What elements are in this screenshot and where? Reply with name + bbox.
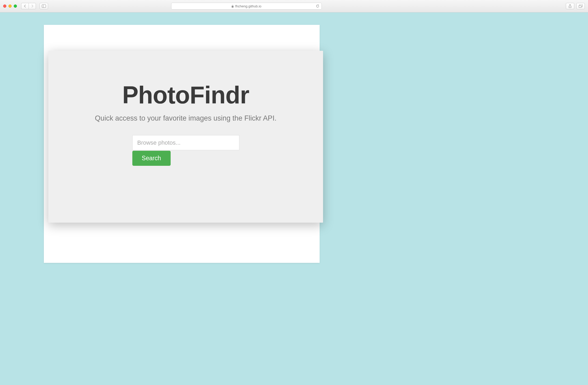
chevron-left-icon <box>24 4 26 8</box>
search-form: Search <box>132 135 239 166</box>
tabs-icon <box>579 4 582 8</box>
app-title: PhotoFindr <box>122 81 249 109</box>
maximize-window-button[interactable] <box>14 4 17 8</box>
svg-rect-3 <box>579 6 581 8</box>
sidebar-toggle-button[interactable] <box>40 3 48 9</box>
lock-icon <box>231 5 234 8</box>
url-display: fhcheng.github.io <box>231 4 261 8</box>
back-button[interactable] <box>21 3 29 9</box>
svg-rect-0 <box>42 5 46 8</box>
app-subtitle: Quick access to your favorite images usi… <box>95 114 276 122</box>
chevron-right-icon <box>31 4 34 8</box>
share-icon <box>568 4 572 8</box>
right-toolbar-controls <box>566 3 585 9</box>
sidebar-icon <box>42 4 46 8</box>
search-input[interactable] <box>132 135 239 150</box>
url-text: fhcheng.github.io <box>235 4 261 8</box>
close-window-button[interactable] <box>3 4 6 8</box>
tabs-button[interactable] <box>576 3 585 9</box>
svg-rect-2 <box>232 6 234 8</box>
minimize-window-button[interactable] <box>8 4 12 8</box>
reload-button[interactable] <box>316 4 319 8</box>
share-button[interactable] <box>566 3 574 9</box>
browser-toolbar: fhcheng.github.io <box>0 0 588 12</box>
forward-button[interactable] <box>29 3 36 9</box>
page-viewport: PhotoFindr Quick access to your favorite… <box>0 12 588 385</box>
address-bar[interactable]: fhcheng.github.io <box>171 3 322 10</box>
hero-panel: PhotoFindr Quick access to your favorite… <box>48 51 323 223</box>
window-controls <box>3 4 17 8</box>
search-button[interactable]: Search <box>132 151 171 166</box>
navigation-buttons <box>21 3 36 9</box>
reload-icon <box>316 4 319 8</box>
